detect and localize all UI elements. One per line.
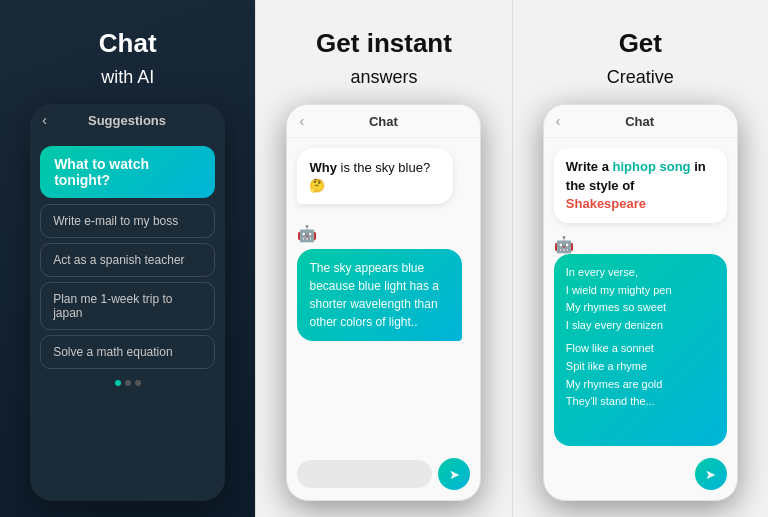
phone-mockup-3: ‹ Chat Write a hiphop song in the style … <box>543 104 738 501</box>
panel2-title-line2: answers <box>350 67 417 87</box>
verse-line-2: I wield my mighty pen <box>566 282 715 300</box>
ai-response-bubble: The sky appears blue because blue light … <box>297 249 461 341</box>
send-button[interactable]: ➤ <box>438 458 470 490</box>
chat-header-3: Chat <box>568 114 710 129</box>
prompt-red: Shakespeare <box>566 196 646 211</box>
panel2-title: Get instant answers <box>316 28 452 90</box>
verse-line-5: Flow like a sonnet <box>566 340 715 358</box>
chat-header-2: Chat <box>312 114 454 129</box>
send-row-3: ➤ <box>554 452 727 490</box>
phone-mockup-1: ‹ Suggestions What to watch tonight? Wri… <box>30 104 225 501</box>
ai-icon: 🤖 <box>297 224 470 243</box>
chat-input-bar[interactable] <box>297 460 432 488</box>
phone-content-1: What to watch tonight? Write e-mail to m… <box>30 136 225 501</box>
panel1-title: Chat with AI <box>99 28 157 90</box>
verse-line-8: They'll stand the... <box>566 393 715 411</box>
phone-content-2: Why is the sky blue? 🤔 🤖 The sky appears… <box>287 138 480 500</box>
suggestion-item-4[interactable]: Solve a math equation <box>40 335 215 369</box>
panel-instant-answers: Get instant answers ‹ Chat Why is the sk… <box>256 0 512 517</box>
dots-indicator <box>40 374 215 392</box>
phone-content-3: Write a hiphop song in the style of Shak… <box>544 138 737 500</box>
suggestion-item-3[interactable]: Plan me 1-week trip to japan <box>40 282 215 330</box>
dot-3 <box>135 380 141 386</box>
suggestions-header: Suggestions <box>55 113 199 128</box>
send-icon-3: ➤ <box>705 467 716 482</box>
panel3-title-line2: Creative <box>607 67 674 87</box>
suggestion-item-2[interactable]: Act as a spanish teacher <box>40 243 215 277</box>
send-button-3[interactable]: ➤ <box>695 458 727 490</box>
user-message-bold: Why <box>309 160 336 175</box>
verse-line-7: My rhymes are gold <box>566 376 715 394</box>
back-arrow-1[interactable]: ‹ <box>42 112 47 128</box>
dot-1 <box>115 380 121 386</box>
back-arrow-3[interactable]: ‹ <box>556 113 561 129</box>
verse-line-6: Spit like a rhyme <box>566 358 715 376</box>
panel-chat-ai: Chat with AI ‹ Suggestions What to watch… <box>0 0 256 517</box>
phone-header-1: ‹ Suggestions <box>30 104 225 136</box>
verse-line-3: My rhymes so sweet <box>566 299 715 317</box>
panel3-title-line1: Get <box>619 28 662 58</box>
verse-line-1: In every verse, <box>566 264 715 282</box>
chat-area: Why is the sky blue? 🤔 🤖 The sky appears… <box>297 148 470 446</box>
verse-bubble: In every verse, I wield my mighty pen My… <box>554 254 727 446</box>
panel-get-creative: Get Creative ‹ Chat Write a hiphop song … <box>513 0 768 517</box>
phone-header-2: ‹ Chat <box>287 105 480 138</box>
input-row: ➤ <box>297 452 470 490</box>
panel2-title-line1: Get instant <box>316 28 452 58</box>
panel1-title-line1: Chat <box>99 28 157 58</box>
back-arrow-2[interactable]: ‹ <box>299 113 304 129</box>
phone-mockup-2: ‹ Chat Why is the sky blue? 🤔 🤖 The sky … <box>286 104 481 501</box>
send-icon: ➤ <box>449 467 460 482</box>
verse-line-4: I slay every denizen <box>566 317 715 335</box>
prompt-normal1: Write a <box>566 159 613 174</box>
phone-header-3: ‹ Chat <box>544 105 737 138</box>
panel1-title-line2: with AI <box>101 67 154 87</box>
user-message-bubble: Why is the sky blue? 🤔 <box>297 148 453 204</box>
highlighted-suggestion[interactable]: What to watch tonight? <box>40 146 215 198</box>
suggestion-item-1[interactable]: Write e-mail to my boss <box>40 204 215 238</box>
ai-icon-3: 🤖 <box>554 235 727 254</box>
creative-prompt: Write a hiphop song in the style of Shak… <box>554 148 727 223</box>
panel3-title: Get Creative <box>607 28 674 90</box>
prompt-teal: hiphop song <box>613 159 691 174</box>
dot-2 <box>125 380 131 386</box>
